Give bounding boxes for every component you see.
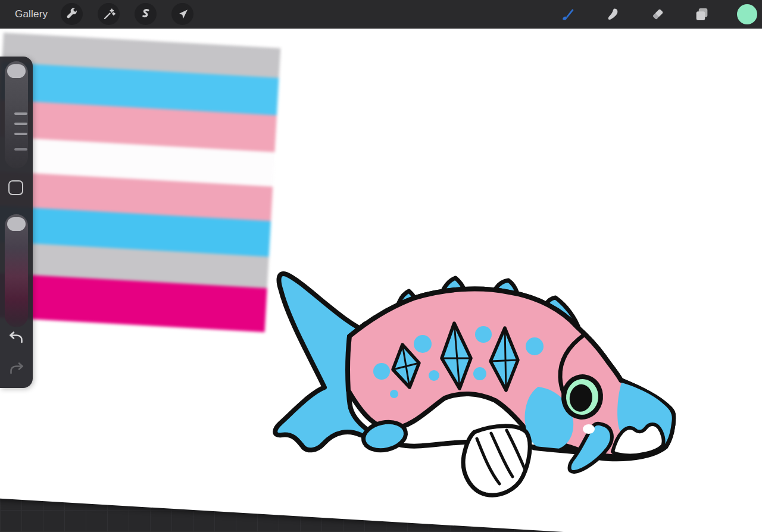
brush-size-thumb[interactable] — [7, 64, 26, 78]
brush-sidebar — [0, 57, 33, 388]
eraser-icon — [649, 6, 666, 23]
selection-s-icon — [139, 7, 153, 21]
actions-button[interactable] — [61, 3, 83, 25]
wrench-icon — [65, 7, 79, 21]
layers-button[interactable] — [691, 3, 713, 25]
paintbrush-icon — [560, 6, 576, 23]
magic-wand-icon — [102, 7, 116, 21]
opacity-slider[interactable] — [5, 214, 28, 327]
erase-tool-button[interactable] — [647, 3, 669, 25]
modify-button[interactable] — [8, 180, 23, 195]
opacity-thumb[interactable] — [7, 217, 26, 231]
size-tick — [14, 148, 27, 151]
gallery-button[interactable]: Gallery — [15, 0, 48, 28]
brush-size-slider[interactable] — [5, 61, 28, 168]
redo-button[interactable] — [8, 360, 25, 380]
transform-button[interactable] — [171, 3, 193, 25]
reference-image-flag — [0, 33, 280, 332]
paint-tool-button[interactable] — [557, 3, 579, 25]
flag-stripes — [0, 33, 280, 332]
undo-icon — [8, 329, 24, 347]
smudge-finger-icon — [605, 6, 622, 23]
smudge-tool-button[interactable] — [602, 3, 624, 25]
selection-button[interactable] — [135, 3, 157, 25]
color-swatch-circle[interactable] — [737, 4, 757, 24]
size-tick — [14, 123, 27, 125]
procreate-workspace: { "toolbar": { "gallery_label": "Gallery… — [0, 0, 762, 532]
undo-button[interactable] — [8, 329, 24, 349]
transform-arrow-icon — [176, 7, 190, 21]
size-tick — [14, 112, 27, 115]
layers-icon — [694, 6, 710, 23]
size-tick — [14, 133, 27, 135]
redo-icon — [8, 360, 25, 378]
adjustments-button[interactable] — [98, 3, 120, 25]
top-toolbar: Gallery — [0, 0, 762, 29]
